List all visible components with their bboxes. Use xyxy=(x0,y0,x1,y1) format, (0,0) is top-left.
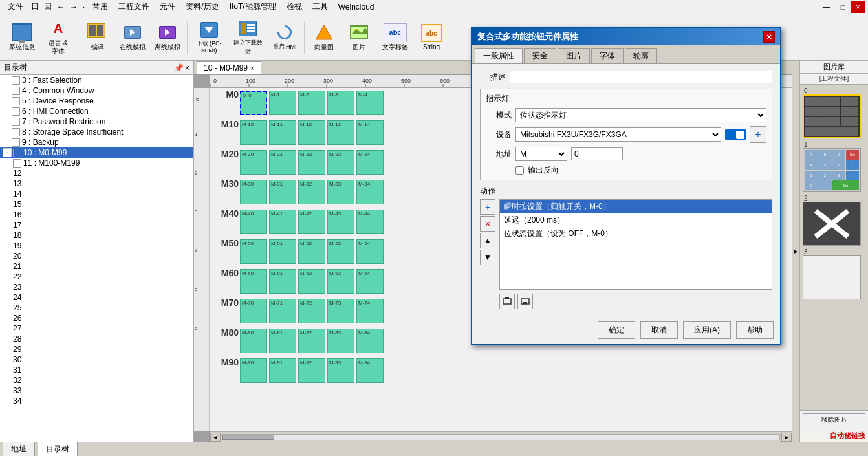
cell-m0-3[interactable]: M-3 xyxy=(327,91,354,115)
action-move-down-button[interactable]: ▼ xyxy=(480,250,495,265)
cell-m30-0[interactable]: M-30 xyxy=(240,180,267,204)
image-lib-item-0[interactable]: 0 xyxy=(803,87,865,138)
cancel-button[interactable]: 取消 xyxy=(640,321,678,339)
tree-item-4[interactable]: 4 : Common Window xyxy=(0,85,193,96)
modal-tab-outline[interactable]: 轮廓 xyxy=(625,48,657,63)
tree-item-16[interactable]: 16 xyxy=(0,210,193,220)
sidebar-close[interactable]: × xyxy=(185,63,190,72)
tree-item-24[interactable]: 24 xyxy=(0,292,193,303)
cell-m10-0[interactable]: M-10 xyxy=(240,120,267,145)
action-item-2[interactable]: 位状态设置（设为 OFF，M-0） xyxy=(500,227,772,241)
menu-weincloud[interactable]: Weincloud xyxy=(333,1,380,13)
tree-item-12[interactable]: 12 xyxy=(0,168,193,179)
remove-image-button[interactable]: 移除图片 xyxy=(800,410,868,429)
tree-item-3[interactable]: 3 : Fast Selection xyxy=(0,75,193,85)
sub-btn-1[interactable] xyxy=(499,294,515,309)
toolbar-restart[interactable]: 重启 HMI xyxy=(268,17,301,58)
tree-item-32[interactable]: 32 xyxy=(0,375,193,385)
tree-item-9[interactable]: 9 : Backup xyxy=(0,137,193,147)
cell-m20-0[interactable]: M-20 xyxy=(240,150,267,175)
cell-m90-1[interactable]: M-91 xyxy=(269,358,296,383)
toolbar-download[interactable]: 下载 (PC->HMI) xyxy=(190,17,228,58)
apply-button[interactable]: 应用(A) xyxy=(683,321,731,339)
tree-item-28[interactable]: 28 xyxy=(0,334,193,344)
tree-item-34[interactable]: 34 xyxy=(0,396,193,406)
image-lib-item-1[interactable]: 1 7 8 9 Del 4 5 6 ↑ 1 2 3 ↓ 0 . Ent xyxy=(803,141,865,192)
output-reverse-checkbox[interactable] xyxy=(515,166,524,175)
cell-m90-2[interactable]: M-92 xyxy=(298,358,325,383)
cell-m40-3[interactable]: M-43 xyxy=(327,210,354,234)
cell-m90-0[interactable]: M-90 xyxy=(240,358,267,383)
action-list[interactable]: 瞬时按设置（归触开关，M-0） 延迟（2000 ms） 位状态设置（设为 OFF… xyxy=(499,199,772,290)
remove-image-btn[interactable]: 移除图片 xyxy=(803,413,865,426)
cell-m50-0[interactable]: M-50 xyxy=(240,239,267,264)
cell-m70-0[interactable]: M-70 xyxy=(240,299,267,323)
cell-m50-2[interactable]: M-52 xyxy=(298,239,325,264)
cell-m30-4[interactable]: M-34 xyxy=(356,180,384,204)
menu-project[interactable]: 工程文件 xyxy=(113,0,155,14)
scrollbar-h[interactable]: ◄ ► xyxy=(210,431,792,442)
cell-m80-4[interactable]: M-84 xyxy=(356,329,384,353)
sidebar-pin[interactable]: 📌 xyxy=(174,63,184,72)
modal-tab-security[interactable]: 安全 xyxy=(524,48,556,63)
cell-m50-1[interactable]: M-51 xyxy=(269,239,296,264)
menu-iiot[interactable]: IIoT/能源管理 xyxy=(224,0,281,14)
cell-m60-1[interactable]: M-61 xyxy=(269,269,296,294)
tree-item-13[interactable]: 13 xyxy=(0,179,193,189)
modal-tab-image[interactable]: 图片 xyxy=(558,48,590,63)
tree-item-25[interactable]: 25 xyxy=(0,303,193,313)
toolbar-offline-sim[interactable]: 离线模拟 xyxy=(151,17,184,58)
cell-m40-1[interactable]: M-41 xyxy=(269,210,296,234)
cell-m90-4[interactable]: M-94 xyxy=(356,358,384,383)
toolbar-string[interactable]: abc String xyxy=(415,17,448,58)
menu-file[interactable]: 文件 xyxy=(3,0,28,14)
toolbar-text-label[interactable]: abc 文字标签 xyxy=(377,17,413,58)
sub-btn-2[interactable] xyxy=(517,294,533,309)
cell-m0-1[interactable]: M-1 xyxy=(269,91,296,115)
menu-save2[interactable]: 回 xyxy=(41,0,54,14)
mode-select[interactable]: 位状态指示灯 字状态指示灯 xyxy=(515,108,766,122)
cell-m0-4[interactable]: M-4 xyxy=(356,91,384,115)
modal-tab-font[interactable]: 字体 xyxy=(591,48,624,63)
cell-m90-3[interactable]: M-93 xyxy=(327,358,354,383)
cell-m80-0[interactable]: M-80 xyxy=(240,329,267,353)
device-select[interactable]: Mitsubishi FX3U/FX3G/FX3GA xyxy=(515,127,721,142)
toolbar-compile[interactable]: 编译 xyxy=(81,17,114,58)
window-minimize[interactable]: — xyxy=(818,1,836,13)
menu-forward[interactable]: → xyxy=(67,1,80,13)
tree-item-7[interactable]: 7 : Password Restriction xyxy=(0,116,193,127)
tree-item-6[interactable]: 6 : HMI Connection xyxy=(0,106,193,116)
address-type-select[interactable]: M xyxy=(515,147,567,161)
tree-item-18[interactable]: 18 xyxy=(0,230,193,241)
tab-m0-m99[interactable]: 10 - M0-M99 × xyxy=(197,61,261,74)
window-maximize[interactable]: □ xyxy=(836,1,851,13)
tree-item-15[interactable]: 15 xyxy=(0,199,193,210)
cell-m30-3[interactable]: M-33 xyxy=(327,180,354,204)
menu-tools[interactable]: 工具 xyxy=(307,0,333,14)
menu-back[interactable]: ← xyxy=(54,1,67,13)
cell-m80-3[interactable]: M-83 xyxy=(327,329,354,353)
device-toggle[interactable] xyxy=(725,129,746,140)
menu-inspect[interactable]: 检视 xyxy=(281,0,307,14)
toolbar-system-info[interactable]: 系统信息 xyxy=(4,17,40,58)
cell-m50-4[interactable]: M-54 xyxy=(356,239,384,264)
cell-m0-2[interactable]: M-2 xyxy=(298,91,325,115)
window-close[interactable]: × xyxy=(851,1,865,13)
status-tab-address[interactable]: 地址 xyxy=(3,442,35,456)
cell-m20-3[interactable]: M-23 xyxy=(327,150,354,175)
tree-item-21[interactable]: 21 xyxy=(0,261,193,272)
cell-m20-4[interactable]: M-24 xyxy=(356,150,384,175)
modal-tab-general[interactable]: 一般属性 xyxy=(475,48,523,63)
tree-item-23[interactable]: 23 xyxy=(0,282,193,292)
tree-item-27[interactable]: 27 xyxy=(0,323,193,334)
description-input[interactable] xyxy=(510,71,772,83)
cell-m0-0[interactable]: M-0 xyxy=(240,91,267,115)
cell-m30-1[interactable]: M-31 xyxy=(269,180,296,204)
cell-m70-3[interactable]: M-73 xyxy=(327,299,354,323)
tree-item-19[interactable]: 19 xyxy=(0,241,193,251)
right-panel-toggle[interactable]: ► xyxy=(792,61,799,442)
cell-m30-2[interactable]: M-32 xyxy=(298,180,325,204)
toolbar-online-sim[interactable]: 在线模拟 xyxy=(116,17,149,58)
tree-item-20[interactable]: 20 xyxy=(0,251,193,261)
tab-close[interactable]: × xyxy=(250,65,254,72)
